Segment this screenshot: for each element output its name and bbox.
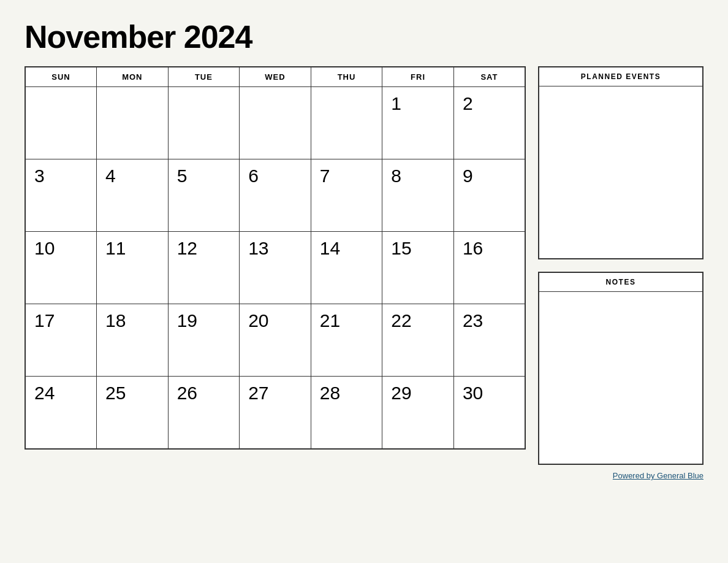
calendar-day-cell: 14 — [311, 232, 382, 304]
calendar-week-row: 17181920212223 — [25, 304, 525, 377]
planned-events-header: PLANNED EVENTS — [539, 67, 702, 86]
calendar-day-cell: 23 — [453, 304, 525, 377]
day-number: 21 — [320, 310, 340, 331]
calendar-day-cell: 20 — [240, 304, 311, 377]
calendar-day-cell — [97, 87, 169, 159]
calendar-day-cell: 2 — [453, 87, 525, 159]
day-number: 10 — [34, 238, 55, 258]
day-number: 5 — [177, 166, 188, 186]
day-number: 6 — [248, 166, 259, 186]
day-number: 24 — [34, 383, 55, 403]
day-number: 18 — [105, 310, 126, 331]
calendar-day-cell: 22 — [382, 304, 454, 377]
day-number: 25 — [105, 383, 126, 403]
day-number: 19 — [177, 310, 197, 331]
calendar-week-row: 24252627282930 — [25, 377, 525, 449]
calendar-day-header: TUE — [168, 67, 240, 87]
calendar-day-cell: 9 — [453, 159, 525, 232]
calendar-day-header: MON — [97, 67, 169, 87]
main-layout: SUNMONTUEWEDTHUFRISAT 123456789101112131… — [25, 66, 703, 480]
calendar-day-cell: 6 — [240, 159, 311, 232]
powered-by-link[interactable]: Powered by General Blue — [613, 471, 703, 480]
notes-content — [539, 292, 702, 464]
calendar-day-header: SAT — [453, 67, 525, 87]
calendar-day-cell — [25, 87, 97, 159]
calendar-day-header: WED — [240, 67, 311, 87]
notes-header: NOTES — [539, 273, 702, 292]
calendar-week-row: 3456789 — [25, 159, 525, 232]
day-number: 22 — [391, 310, 411, 331]
calendar-day-cell: 8 — [382, 159, 454, 232]
notes-box: NOTES — [538, 272, 703, 465]
calendar-header-row: SUNMONTUEWEDTHUFRISAT — [25, 67, 525, 87]
planned-events-box: PLANNED EVENTS — [538, 66, 703, 259]
calendar-day-cell: 3 — [25, 159, 97, 232]
calendar-day-cell: 28 — [311, 377, 382, 449]
calendar-day-cell: 4 — [97, 159, 169, 232]
day-number: 3 — [34, 166, 45, 186]
calendar-day-cell: 15 — [382, 232, 454, 304]
calendar-day-cell: 19 — [168, 304, 240, 377]
day-number: 12 — [177, 238, 197, 258]
day-number: 27 — [248, 383, 268, 403]
day-number: 11 — [105, 238, 126, 258]
day-number: 23 — [463, 310, 483, 331]
day-number: 4 — [105, 166, 116, 186]
day-number: 2 — [463, 93, 473, 113]
calendar-day-cell: 29 — [382, 377, 454, 449]
calendar-day-header: FRI — [382, 67, 454, 87]
day-number: 8 — [391, 166, 401, 186]
calendar-day-cell: 21 — [311, 304, 382, 377]
day-number: 29 — [391, 383, 411, 403]
day-number: 26 — [177, 383, 197, 403]
calendar-body: 1234567891011121314151617181920212223242… — [25, 87, 525, 449]
day-number: 16 — [463, 238, 483, 258]
sidebar-gap — [538, 259, 703, 272]
day-number: 30 — [463, 383, 483, 403]
day-number: 1 — [391, 93, 401, 113]
calendar-day-cell — [168, 87, 240, 159]
calendar-day-cell: 7 — [311, 159, 382, 232]
sidebar: PLANNED EVENTS NOTES Powered by General … — [538, 66, 703, 480]
day-number: 17 — [34, 310, 55, 331]
calendar-day-cell: 11 — [97, 232, 169, 304]
calendar-day-cell: 16 — [453, 232, 525, 304]
day-number: 13 — [248, 238, 268, 258]
calendar-day-cell: 18 — [97, 304, 169, 377]
day-number: 14 — [320, 238, 340, 258]
planned-events-content — [539, 86, 702, 258]
calendar-day-cell: 17 — [25, 304, 97, 377]
day-number: 20 — [248, 310, 268, 331]
calendar-day-cell — [311, 87, 382, 159]
powered-by: Powered by General Blue — [538, 471, 703, 480]
calendar-day-cell: 10 — [25, 232, 97, 304]
calendar-day-cell: 13 — [240, 232, 311, 304]
calendar-week-row: 12 — [25, 87, 525, 159]
calendar-day-cell: 24 — [25, 377, 97, 449]
page-title: November 2024 — [25, 18, 703, 55]
calendar-day-header: THU — [311, 67, 382, 87]
calendar-day-cell: 30 — [453, 377, 525, 449]
calendar-day-cell: 26 — [168, 377, 240, 449]
calendar-day-cell: 25 — [97, 377, 169, 449]
day-number: 7 — [320, 166, 330, 186]
calendar-week-row: 10111213141516 — [25, 232, 525, 304]
day-number: 15 — [391, 238, 411, 258]
day-number: 28 — [320, 383, 340, 403]
calendar-day-cell: 1 — [382, 87, 454, 159]
calendar-day-cell: 12 — [168, 232, 240, 304]
calendar-section: SUNMONTUEWEDTHUFRISAT 123456789101112131… — [25, 66, 526, 450]
calendar-day-header: SUN — [25, 67, 97, 87]
calendar-day-cell: 5 — [168, 159, 240, 232]
calendar-day-cell — [240, 87, 311, 159]
calendar-table: SUNMONTUEWEDTHUFRISAT 123456789101112131… — [25, 66, 526, 450]
calendar-day-cell: 27 — [240, 377, 311, 449]
day-number: 9 — [463, 166, 473, 186]
